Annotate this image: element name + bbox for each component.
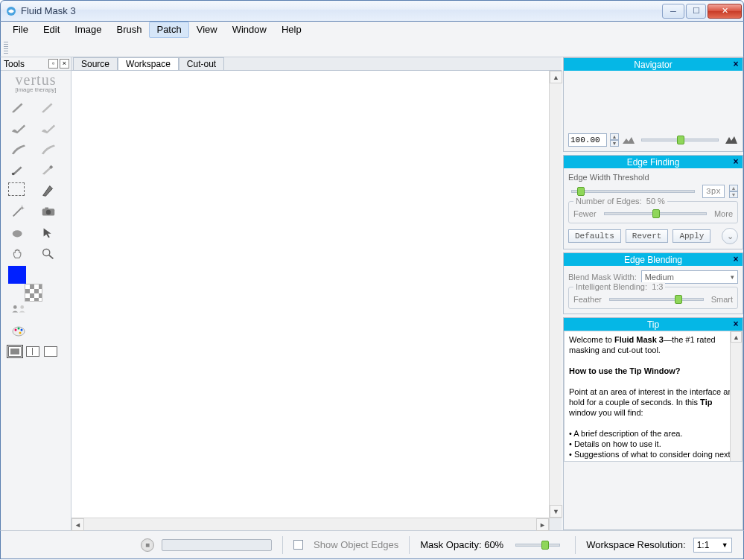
- navigator-close[interactable]: ×: [731, 59, 741, 69]
- close-button[interactable]: ✕: [708, 4, 742, 19]
- zoom-slider[interactable]: [641, 139, 719, 141]
- people-swap-tool[interactable]: [8, 300, 29, 316]
- tip-title: Tip: [647, 319, 659, 330]
- vertical-scrollbar[interactable]: ▲ ▼: [549, 71, 562, 518]
- feather-brush-1[interactable]: [8, 141, 29, 157]
- tools-panel-title: Tools: [4, 59, 25, 69]
- edge-finding-close[interactable]: ×: [731, 156, 741, 167]
- color-picker-tool[interactable]: [8, 322, 29, 339]
- tip-content: Welcome to Fluid Mask 3—the #1 rated mas…: [564, 331, 743, 462]
- menubar: File Edit Image Brush Patch View Window …: [0, 22, 744, 38]
- blob-tool[interactable]: [8, 224, 29, 241]
- intel-blend-slider[interactable]: [609, 298, 704, 301]
- toolbar-strip: [0, 38, 744, 57]
- mask-opacity-label: Mask Opacity: 60%: [420, 539, 503, 550]
- zoom-tool[interactable]: [38, 245, 59, 261]
- zoom-input[interactable]: [568, 133, 607, 147]
- edge-width-slider[interactable]: [571, 190, 695, 193]
- menu-window[interactable]: Window: [225, 22, 274, 38]
- brush-tool-2[interactable]: [38, 99, 59, 115]
- num-edges-slider[interactable]: [604, 212, 707, 215]
- mask-opacity-slider[interactable]: [515, 544, 560, 547]
- horizontal-scrollbar[interactable]: ◄ ►: [71, 518, 562, 530]
- edge-finding-panel: Edge Finding× Edge Width Threshold 3px ▲…: [563, 155, 743, 249]
- menu-view[interactable]: View: [189, 22, 225, 38]
- tab-cutout[interactable]: Cut-out: [179, 57, 224, 70]
- arrow-tool[interactable]: [38, 224, 59, 241]
- right-panels: Navigator× ▲▼ Edge Finding× Edge Width T…: [562, 57, 743, 530]
- swatch-primary[interactable]: [8, 266, 26, 284]
- progress-bar: [162, 539, 272, 551]
- show-edges-checkbox[interactable]: [293, 540, 303, 550]
- marquee-tool[interactable]: [8, 182, 25, 196]
- svg-point-1: [12, 173, 15, 176]
- svg-point-10: [20, 305, 24, 309]
- tip-close[interactable]: ×: [731, 319, 741, 329]
- menu-brush[interactable]: Brush: [109, 22, 150, 38]
- more-label: More: [714, 209, 733, 218]
- apply-button[interactable]: Apply: [673, 229, 710, 243]
- workspace-canvas[interactable]: [71, 71, 549, 518]
- edge-blending-close[interactable]: ×: [731, 254, 741, 264]
- tab-workspace[interactable]: Workspace: [118, 57, 179, 70]
- num-edges-label: Number of Edges:: [576, 197, 642, 206]
- zoom-in-icon[interactable]: [725, 136, 738, 144]
- stop-button[interactable]: ■: [141, 538, 154, 552]
- intel-blend-label: Intelligent Blending:: [576, 282, 647, 291]
- tip-scrollbar[interactable]: ▲: [730, 331, 742, 461]
- defaults-button[interactable]: Defaults: [568, 229, 621, 243]
- svg-point-7: [13, 230, 22, 237]
- swatch-transparent[interactable]: [25, 284, 42, 302]
- svg-point-8: [43, 249, 50, 256]
- menu-image[interactable]: Image: [67, 22, 109, 38]
- tools-undock-button[interactable]: ▫: [48, 59, 58, 69]
- edge-width-spinner[interactable]: ▲▼: [729, 185, 738, 198]
- statusbar: ■ Show Object Edges Mask Opacity: 60% Wo…: [0, 530, 744, 559]
- edge-finding-title: Edge Finding: [627, 157, 680, 168]
- view-mode-split[interactable]: [26, 346, 39, 357]
- camera-tool[interactable]: [38, 203, 59, 220]
- hand-tool[interactable]: [8, 245, 29, 261]
- titlebar: Fluid Mask 3 ─ ☐ ✕: [0, 0, 744, 22]
- brand: vertus [image therapy]: [1, 71, 71, 95]
- brush-tool-1[interactable]: [8, 99, 29, 115]
- tip-how-heading: How to use the Tip Window?: [569, 366, 680, 375]
- wand-tool[interactable]: [8, 203, 29, 220]
- wave-brush-2[interactable]: [38, 120, 59, 136]
- brand-name: vertus: [4, 73, 68, 86]
- tools-panel: Tools ▫ × vertus [image therapy]: [1, 57, 71, 530]
- view-mode-quad[interactable]: [44, 346, 57, 357]
- feather-brush-2[interactable]: [38, 141, 59, 157]
- show-edges-label: Show Object Edges: [314, 539, 398, 550]
- window-title: Fluid Mask 3: [21, 5, 662, 16]
- feather-label: Feather: [573, 295, 602, 304]
- pen-tool[interactable]: [38, 182, 59, 199]
- menu-file[interactable]: File: [5, 22, 36, 38]
- tab-source[interactable]: Source: [73, 57, 118, 70]
- zoom-out-icon[interactable]: [622, 136, 635, 144]
- zoom-spinner[interactable]: ▲▼: [610, 133, 619, 147]
- tools-close-button[interactable]: ×: [60, 59, 69, 69]
- minimize-button[interactable]: ─: [662, 4, 684, 19]
- brand-sub: [image therapy]: [4, 86, 68, 93]
- smart-label: Smart: [711, 295, 733, 304]
- edge-width-label: Edge Width Threshold: [568, 173, 738, 182]
- toolbar-grip[interactable]: [4, 42, 8, 54]
- fill-brush[interactable]: [8, 162, 29, 178]
- view-mode-single[interactable]: [8, 346, 22, 357]
- svg-point-12: [15, 329, 17, 331]
- workspace-res-combo[interactable]: 1:1▼: [693, 538, 732, 553]
- menu-help[interactable]: Help: [274, 22, 309, 38]
- blend-mask-width-label: Blend Mask Width:: [568, 273, 637, 281]
- svg-point-14: [21, 329, 23, 331]
- edge-finding-expand[interactable]: ⌄: [722, 228, 738, 244]
- wave-brush-1[interactable]: [8, 120, 29, 136]
- fewer-label: Fewer: [573, 209, 597, 218]
- tip-panel: Tip× Welcome to Fluid Mask 3—the #1 rate…: [563, 317, 743, 530]
- menu-edit[interactable]: Edit: [36, 22, 67, 38]
- eraser-brush[interactable]: [38, 162, 59, 178]
- maximize-button[interactable]: ☐: [686, 4, 706, 19]
- revert-button[interactable]: Revert: [626, 229, 669, 243]
- menu-patch[interactable]: Patch: [149, 22, 188, 38]
- svg-point-5: [46, 210, 51, 214]
